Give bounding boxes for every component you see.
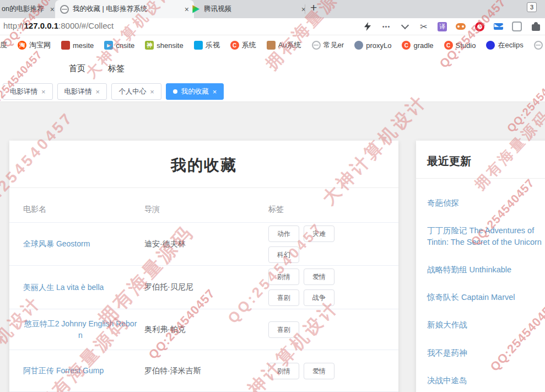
movie-link[interactable]: 美丽人生 La vita è bella [23, 282, 104, 293]
game-controller-icon[interactable] [456, 22, 466, 31]
browser-tab-tencent-video[interactable]: 腾讯视频 × [186, 0, 311, 18]
page-tab-label: 电影详情 [64, 87, 92, 96]
page-title: 我的收藏 [9, 141, 398, 176]
table-row: 美丽人生 La vita è bella罗伯托·贝尼尼剧情爱情喜剧战争 [9, 266, 398, 309]
browser-tab-movie-rec[interactable]: on的电影推荐 × [0, 0, 55, 18]
recent-update-link[interactable]: 决战中途岛 [427, 375, 542, 386]
movie-name-cell: 憨豆特工2 Johnny English Reborn [23, 318, 144, 341]
movie-name-cell: 美丽人生 La vita è bella [23, 282, 144, 293]
collection-card: 我的收藏 电影名 导演 标签 全球风暴 Geostorm迪安·德夫林动作灾难科幻… [9, 141, 398, 392]
movie-link[interactable]: 阿甘正传 Forrest Gump [23, 365, 104, 377]
tags-cell: 剧情爱情喜剧战争 [268, 266, 370, 308]
bookmark-item[interactable]: ▶cnsite [104, 41, 134, 50]
page-tab-电影详情-0[interactable]: 电影详情× [3, 83, 53, 100]
bookmark-item[interactable]: Cgradle [402, 41, 433, 50]
active-dot-icon [173, 89, 177, 94]
screen: on的电影推荐 × 我的收藏 | 电影推荐系统 × 腾讯视频 × + 3 htt… [0, 0, 545, 392]
recent-updates-card: 最近更新 奇葩侦探丁丁历险记 The Adventures of Tintin:… [416, 141, 545, 392]
recent-update-link[interactable]: 我不是药神 [427, 347, 542, 358]
bookmark-item[interactable]: proxyLo [354, 41, 391, 50]
tag-button[interactable]: 灾难 [304, 225, 334, 242]
tag-button[interactable]: 科幻 [268, 246, 299, 263]
page-tab-label: 个人中心 [118, 87, 146, 96]
recent-update-link[interactable]: 丁丁历险记 The Adventures of Tintin: The Secr… [427, 225, 542, 248]
sidebar-title: 最近更新 [416, 141, 545, 169]
tab-close-icon[interactable]: × [213, 88, 217, 96]
globe-favicon-icon [60, 5, 69, 14]
csdn-icon: C [402, 41, 411, 50]
au-icon [267, 41, 276, 50]
table-body: 全球风暴 Geostorm迪安·德夫林动作灾难科幻美丽人生 La vita è … [9, 223, 398, 392]
nav-item-tags[interactable]: 标签 [108, 55, 125, 82]
table-row: 全球风暴 Geostorm迪安·德夫林动作灾难科幻 [9, 223, 398, 266]
nav-item-home[interactable]: 首页 [69, 55, 85, 82]
address-bar[interactable]: http://127.0.0.1:8000/#/Collect ••• ✂ 译 [0, 18, 545, 35]
new-tab-button[interactable]: + [310, 1, 317, 14]
bookmark-item[interactable]: 乐视 [194, 40, 220, 50]
tag-button[interactable]: 动作 [268, 225, 299, 242]
tab-close-icon[interactable]: × [150, 88, 154, 96]
bookmark-item[interactable]: C系统 [230, 40, 256, 50]
extension-puzzle-icon[interactable] [531, 22, 541, 31]
tag-button[interactable]: 喜剧 [268, 289, 299, 306]
bookmark-item[interactable]: 常见er [312, 40, 344, 50]
tag-button[interactable]: 爱情 [304, 269, 334, 285]
lightning-icon[interactable] [363, 22, 373, 31]
bookmark-item[interactable]: CStudio [444, 41, 476, 50]
recent-update-link[interactable]: 战略特勤组 Unthinkable [427, 264, 542, 275]
table-row: 憨豆特工2 Johnny English Reborn奥利弗·帕克喜剧 [9, 309, 398, 350]
tags-cell: 喜剧 [268, 319, 370, 340]
bookmark-label: gradle [413, 41, 433, 50]
tag-button[interactable]: 战争 [304, 289, 334, 306]
bookmark-label: 常见er [323, 40, 344, 50]
director-cell: 罗伯托·贝尼尼 [144, 282, 268, 292]
shensite-icon: 神 [145, 41, 154, 50]
column-header-tags: 标签 [268, 205, 370, 214]
page-tab-我的收藏-3[interactable]: 我的收藏× [166, 83, 224, 100]
page-content: 我的收藏 电影名 导演 标签 全球风暴 Geostorm迪安·德夫林动作灾难科幻… [0, 103, 545, 392]
translate-icon[interactable]: 译 [438, 22, 447, 31]
pocket-icon[interactable] [512, 22, 522, 31]
tag-button[interactable]: 剧情 [268, 269, 299, 285]
bookmark-item[interactable]: 在eclips [486, 40, 523, 50]
page-tab-个人中心-2[interactable]: 个人中心× [111, 83, 161, 100]
recent-update-link[interactable]: 新娘大作战 [427, 319, 542, 330]
tab-separator [305, 4, 305, 14]
bookmark-label: 度 [0, 40, 7, 50]
bookmark-label: Au系统 [278, 40, 301, 50]
tag-button[interactable]: 剧情 [268, 363, 299, 379]
csdn-icon: C [230, 41, 239, 50]
recent-update-link[interactable]: 奇葩侦探 [427, 197, 542, 208]
tag-button[interactable]: 喜剧 [268, 321, 299, 338]
url-text[interactable]: http://127.0.0.1:8000/#/Collect [3, 21, 114, 30]
director-cell: 迪安·德夫林 [144, 239, 268, 249]
bookmark-item[interactable]: Au系统 [267, 40, 301, 50]
director-cell: 奥利弗·帕克 [144, 325, 268, 335]
tab-close-icon[interactable]: × [50, 5, 55, 14]
mail-icon[interactable] [493, 22, 503, 31]
scissors-icon[interactable]: ✂ [419, 22, 429, 31]
letv-icon [194, 41, 203, 50]
bookmark-item[interactable]: 神shensite [145, 41, 183, 50]
movie-link[interactable]: 憨豆特工2 Johnny English Reborn [23, 318, 138, 341]
bookmark-label: proxyLo [366, 41, 391, 50]
tab-close-icon[interactable]: × [96, 88, 100, 96]
tab-title: 我的收藏 | 电影推荐系统 [73, 4, 180, 14]
overflow-menu-icon[interactable]: ••• [381, 22, 391, 31]
site-nav: 首页 标签 [0, 55, 545, 82]
bookmark-item[interactable]: Linux面 [534, 40, 545, 50]
bookmark-item[interactable]: 淘淘宝网 [18, 40, 51, 50]
tag-button[interactable]: 爱情 [304, 363, 334, 379]
page-tab-电影详情-1[interactable]: 电影详情× [57, 83, 107, 100]
bookmark-label: 乐视 [206, 40, 220, 50]
bookmark-item[interactable]: 度 [0, 40, 7, 50]
bookmark-item[interactable]: mesite [61, 41, 94, 50]
recent-update-link[interactable]: 惊奇队长 Captain Marvel [427, 292, 542, 303]
weibo-icon[interactable] [474, 22, 484, 31]
taobao-icon: 淘 [18, 41, 26, 50]
chevron-down-icon[interactable] [400, 22, 410, 31]
movie-link[interactable]: 全球风暴 Geostorm [23, 238, 90, 250]
browser-tab-collect-active[interactable]: 我的收藏 | 电影推荐系统 × [55, 0, 194, 18]
page-tab-label: 电影详情 [10, 87, 37, 96]
tab-close-icon[interactable]: × [41, 88, 46, 96]
